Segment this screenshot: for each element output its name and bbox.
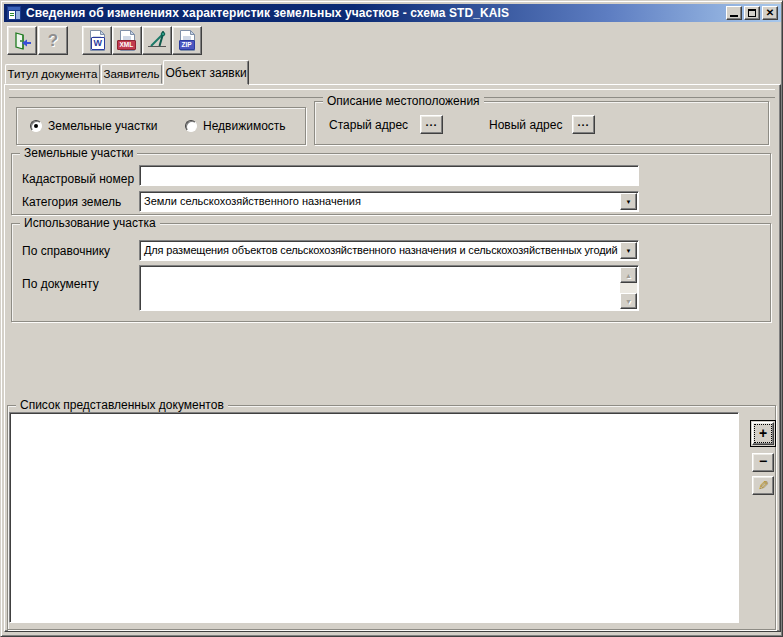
question-icon: ? xyxy=(48,31,58,51)
application-window: Сведения об изменениях характеристик зем… xyxy=(0,0,783,637)
usage-groupbox: Использование участка По справочнику Для… xyxy=(11,223,771,322)
tab-titul-dokumenta[interactable]: Титул документа xyxy=(5,64,100,84)
radio-land-plots-label[interactable]: Земельные участки xyxy=(48,119,157,133)
radio-real-estate-label[interactable]: Недвижимость xyxy=(203,119,286,133)
maximize-icon xyxy=(748,9,756,17)
by-reference-value: Для размещения объектов сельскохозяйстве… xyxy=(140,241,619,260)
documents-group-title: Список представленных документов xyxy=(16,398,228,412)
object-type-panel: Земельные участки Недвижимость xyxy=(16,107,306,145)
cadastral-number-label: Кадастровый номер xyxy=(22,172,134,186)
app-icon xyxy=(7,6,21,20)
old-address-label: Старый адрес xyxy=(329,118,408,132)
minimize-icon xyxy=(730,15,738,17)
export-zip-button[interactable]: ZIP xyxy=(172,26,202,55)
word-document-icon: W xyxy=(89,30,106,51)
by-document-label: По документу xyxy=(22,277,99,291)
by-reference-label: По справочнику xyxy=(22,244,110,258)
door-exit-icon xyxy=(11,30,33,52)
cadastral-number-input[interactable] xyxy=(139,165,639,186)
help-button[interactable]: ? xyxy=(38,26,68,55)
by-document-textarea[interactable]: ▲ ▼ xyxy=(139,265,639,311)
land-category-combobox[interactable]: Земли сельскохозяйственного назначения ▼ xyxy=(139,191,639,212)
word-badge: W xyxy=(91,37,106,50)
land-group-title: Земельные участки xyxy=(20,146,137,160)
add-document-button-focus: + xyxy=(750,420,776,447)
maximize-button[interactable] xyxy=(744,6,760,20)
title-bar[interactable]: Сведения об изменениях характеристик зем… xyxy=(4,4,781,22)
pencil-icon: ✎ xyxy=(758,479,769,492)
add-document-button[interactable]: + xyxy=(752,422,774,445)
export-word-button[interactable]: W xyxy=(82,26,112,55)
land-plots-groupbox: Земельные участки Кадастровый номер Кате… xyxy=(11,153,771,215)
chevron-down-icon[interactable]: ▼ xyxy=(620,193,637,210)
tab-label: Объект заявки xyxy=(165,66,246,80)
by-reference-combobox[interactable]: Для размещения объектов сельскохозяйстве… xyxy=(139,240,639,261)
location-group-title: Описание местоположения xyxy=(323,94,484,108)
chevron-down-icon[interactable]: ▼ xyxy=(620,242,637,259)
textarea-scrollbar[interactable]: ▲ ▼ xyxy=(620,267,637,309)
location-groupbox: Описание местоположения Старый адрес ...… xyxy=(314,101,769,145)
land-category-value: Земли сельскохозяйственного назначения xyxy=(140,192,619,211)
scroll-up-icon[interactable]: ▲ xyxy=(620,267,637,283)
close-button[interactable]: ✕ xyxy=(762,6,778,20)
edit-document-button[interactable]: ✎ xyxy=(752,476,774,495)
sign-button[interactable] xyxy=(142,26,172,55)
exit-button[interactable] xyxy=(7,26,37,55)
land-category-label: Категория земель xyxy=(22,195,121,209)
tab-label: Заявитель xyxy=(104,68,160,80)
new-address-browse-button[interactable]: ... xyxy=(572,115,595,134)
tab-zayavitel[interactable]: Заявитель xyxy=(101,64,162,84)
remove-document-button[interactable]: − xyxy=(752,453,774,472)
xml-document-icon: XML xyxy=(119,30,136,51)
radio-land-plots[interactable] xyxy=(30,120,42,132)
documents-list[interactable] xyxy=(9,412,739,623)
new-address-label: Новый адрес xyxy=(489,118,562,132)
zip-badge: ZIP xyxy=(179,40,195,51)
zip-document-icon: ZIP xyxy=(179,30,196,51)
minimize-button[interactable] xyxy=(726,6,742,20)
close-icon: ✕ xyxy=(766,8,774,18)
window-title: Сведения об изменениях характеристик зем… xyxy=(26,6,726,20)
scroll-down-icon[interactable]: ▼ xyxy=(620,293,637,309)
tab-obekt-zayavki[interactable]: Объект заявки xyxy=(163,60,249,85)
usage-group-title: Использование участка xyxy=(20,216,160,230)
tab-label: Титул документа xyxy=(8,68,98,80)
old-address-browse-button[interactable]: ... xyxy=(420,115,443,134)
compass-icon xyxy=(146,30,168,52)
xml-badge: XML xyxy=(117,40,137,51)
radio-real-estate[interactable] xyxy=(185,120,197,132)
export-xml-button[interactable]: XML xyxy=(112,26,142,55)
